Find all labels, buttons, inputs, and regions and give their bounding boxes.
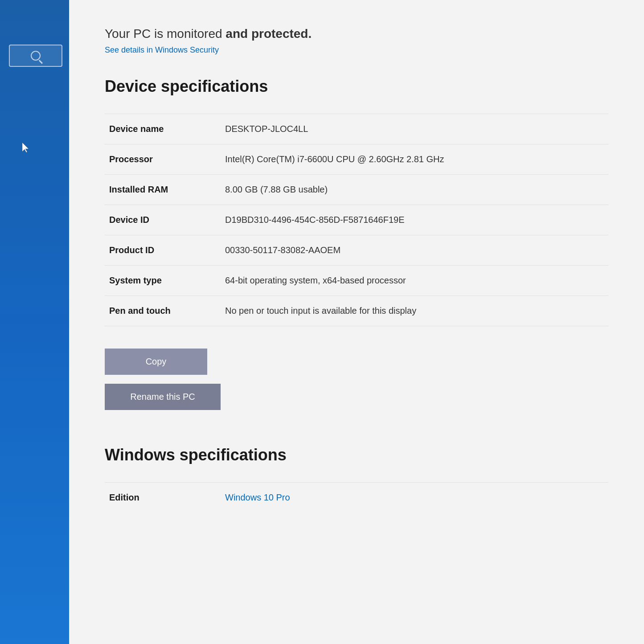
spec-label: Product ID — [105, 235, 221, 266]
svg-marker-0 — [22, 143, 29, 152]
security-title-bold: and protected. — [226, 27, 312, 41]
windows-specs-title: Windows specifications — [105, 446, 608, 464]
spec-label: Device name — [105, 114, 221, 144]
windows-specs-table: Edition Windows 10 Pro — [105, 482, 608, 513]
buttons-section: Copy Rename this PC — [105, 349, 608, 419]
spec-value: 64-bit operating system, x64-based proce… — [221, 266, 608, 296]
search-bar[interactable] — [9, 45, 62, 67]
spec-label: Pen and touch — [105, 296, 221, 326]
settings-panel: Your PC is monitored and protected. See … — [69, 0, 644, 644]
device-specs-title: Device specifications — [105, 77, 608, 96]
table-row: System type 64-bit operating system, x64… — [105, 266, 608, 296]
copy-button[interactable]: Copy — [105, 349, 207, 375]
spec-value: 00330-50117-83082-AAOEM — [221, 235, 608, 266]
device-specs-section: Device specifications Device name DESKTO… — [105, 77, 608, 326]
table-row: Device ID D19BD310-4496-454C-856D-F58716… — [105, 205, 608, 235]
table-row: Device name DESKTOP-JLOC4LL — [105, 114, 608, 144]
device-specs-table: Device name DESKTOP-JLOC4LL Processor In… — [105, 114, 608, 326]
security-banner: Your PC is monitored and protected. See … — [105, 27, 608, 55]
windows-specs-section: Windows specifications Edition Windows 1… — [105, 446, 608, 513]
security-details-link[interactable]: See details in Windows Security — [105, 45, 219, 54]
security-title: Your PC is monitored and protected. — [105, 27, 608, 41]
spec-value: DESKTOP-JLOC4LL — [221, 114, 608, 144]
table-row: Installed RAM 8.00 GB (7.88 GB usable) — [105, 175, 608, 205]
mouse-cursor — [22, 143, 31, 153]
table-row: Product ID 00330-50117-83082-AAOEM — [105, 235, 608, 266]
sidebar — [0, 0, 71, 644]
rename-pc-button[interactable]: Rename this PC — [105, 384, 221, 410]
spec-label: Device ID — [105, 205, 221, 235]
spec-value: 8.00 GB (7.88 GB usable) — [221, 175, 608, 205]
win-spec-value: Windows 10 Pro — [221, 483, 608, 513]
spec-value: Intel(R) Core(TM) i7-6600U CPU @ 2.60GHz… — [221, 144, 608, 175]
win-spec-label: Edition — [105, 483, 221, 513]
table-row: Processor Intel(R) Core(TM) i7-6600U CPU… — [105, 144, 608, 175]
table-row: Edition Windows 10 Pro — [105, 483, 608, 513]
table-row: Pen and touch No pen or touch input is a… — [105, 296, 608, 326]
search-icon — [31, 51, 41, 61]
spec-label: Installed RAM — [105, 175, 221, 205]
spec-label: System type — [105, 266, 221, 296]
spec-value: No pen or touch input is available for t… — [221, 296, 608, 326]
security-title-prefix: Your PC is monitored — [105, 27, 226, 41]
spec-label: Processor — [105, 144, 221, 175]
spec-value: D19BD310-4496-454C-856D-F5871646F19E — [221, 205, 608, 235]
